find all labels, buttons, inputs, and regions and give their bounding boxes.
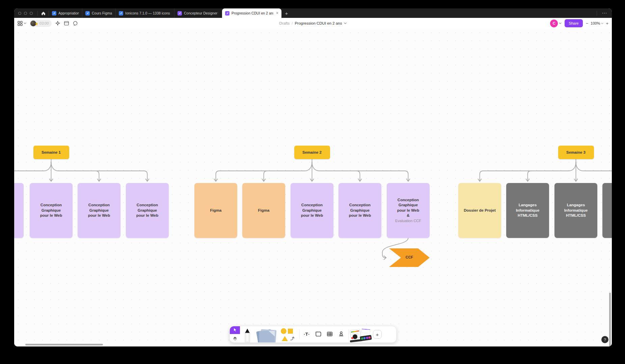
sticky-box-evaluation[interactable]: Conception Graphique pour le Web & Evalu… bbox=[387, 183, 430, 238]
tab-appropriation[interactable]: Appropriation bbox=[49, 8, 82, 18]
quick-actions-button[interactable] bbox=[55, 21, 60, 26]
chevron-down-icon[interactable] bbox=[344, 22, 347, 24]
shape-tool-button[interactable] bbox=[279, 326, 298, 342]
sticky-box-partial[interactable] bbox=[602, 183, 612, 238]
divider bbox=[348, 329, 349, 339]
week2-header-label: Semaine 2 bbox=[302, 150, 322, 154]
tab-ionicons[interactable]: Ionicons 7.1.0 — 1338 icons pack (C bbox=[116, 8, 174, 18]
week3-header[interactable]: Semaine 3 bbox=[558, 146, 594, 159]
zoom-level-value: 100% bbox=[591, 21, 600, 25]
timer-widget[interactable]: ★ 03:00 bbox=[30, 20, 52, 27]
sticky-box[interactable]: Conception Graphique pour le Web bbox=[126, 183, 169, 238]
tab-bar: Appropriation Cours Figma 2023 Ionicons … bbox=[14, 8, 612, 18]
stamp-tool-button[interactable] bbox=[335, 326, 347, 342]
sticky-box-label: Figma bbox=[258, 208, 270, 213]
share-button[interactable]: Share bbox=[565, 19, 582, 27]
main-menu-button[interactable] bbox=[18, 21, 26, 26]
sticky-box-label: Conception Graphique pour le Web bbox=[301, 203, 323, 218]
week3-header-label: Semaine 3 bbox=[566, 150, 586, 154]
home-button[interactable] bbox=[38, 8, 49, 18]
templates-button[interactable] bbox=[64, 21, 69, 26]
mini-window-icon bbox=[361, 329, 371, 334]
tab-label: Cours Figma 2023 bbox=[92, 11, 112, 15]
sticky-notes-icon bbox=[256, 328, 278, 342]
sticky-box[interactable]: Langages Informatique HTML/CSS bbox=[554, 183, 597, 238]
more-tools-button[interactable]: + bbox=[373, 330, 382, 339]
sticky-box[interactable]: Dossier de Projet bbox=[458, 183, 501, 238]
figjam-menu-icon bbox=[18, 21, 23, 26]
section-tool-button[interactable] bbox=[312, 326, 324, 342]
current-user-menu[interactable]: C bbox=[550, 20, 562, 27]
sticky-box[interactable]: Conception Graphique pour le Web bbox=[338, 183, 381, 238]
tab-label: Progression CDUI en 2 ans bbox=[232, 11, 273, 15]
sticky-box[interactable]: Conception Graphique pour le Web bbox=[30, 183, 73, 238]
sticky-box-label: Conception Graphique pour le Web bbox=[88, 203, 110, 218]
sticky-box[interactable]: Conception Graphique pour le Web bbox=[291, 183, 333, 238]
close-window-button[interactable] bbox=[18, 12, 21, 15]
user-avatar: C bbox=[550, 20, 558, 27]
zoom-level-menu[interactable]: 100% bbox=[591, 21, 603, 25]
main-toolbar: ★ 03:00 Drafts / Progression CDUI en 2 a… bbox=[14, 18, 612, 29]
breadcrumb-folder[interactable]: Drafts bbox=[279, 21, 290, 25]
figma-file-icon bbox=[119, 11, 123, 16]
red-dot-icon bbox=[351, 337, 353, 339]
tab-label: Concepteur Designer UI bbox=[184, 11, 219, 15]
sticky-box-label: Langages Informatique HTML/CSS bbox=[516, 203, 540, 218]
sticky-box-label: Figma bbox=[210, 208, 222, 213]
marker-tool-button[interactable] bbox=[240, 328, 255, 342]
sticky-box[interactable]: Figma bbox=[194, 183, 237, 238]
section-icon bbox=[315, 331, 322, 337]
tab-bar-spacer bbox=[292, 8, 597, 18]
overflow-menu-button[interactable] bbox=[597, 8, 612, 18]
ccf-shape-label[interactable]: CCF bbox=[399, 255, 419, 259]
hand-icon bbox=[233, 336, 237, 341]
cursor-icon bbox=[233, 328, 237, 332]
breadcrumb-separator: / bbox=[292, 21, 293, 25]
sparkle-icon bbox=[55, 21, 60, 26]
sticky-box[interactable]: Figma bbox=[242, 183, 285, 238]
hand-tool-button[interactable] bbox=[230, 334, 240, 342]
zoom-out-button[interactable]: − bbox=[586, 21, 589, 26]
chevron-down-icon bbox=[601, 23, 603, 24]
text-tool-button[interactable]: ·T· bbox=[301, 326, 312, 342]
close-tab-icon[interactable]: × bbox=[276, 11, 278, 15]
star-icon: ★ bbox=[35, 22, 38, 26]
vertical-scrollbar[interactable] bbox=[609, 293, 611, 346]
tab-progression-cdui-active[interactable]: Progression CDUI en 2 ans × bbox=[222, 8, 281, 18]
figma-app-window: Appropriation Cours Figma 2023 Ionicons … bbox=[14, 8, 612, 346]
week2-header[interactable]: Semaine 2 bbox=[294, 146, 330, 159]
zoom-controls: − 100% + bbox=[586, 21, 608, 26]
select-tool-group bbox=[230, 326, 240, 342]
tab-cours-figma-2023[interactable]: Cours Figma 2023 bbox=[82, 8, 116, 18]
table-tool-button[interactable] bbox=[324, 326, 335, 342]
zoom-in-button[interactable]: + bbox=[606, 21, 608, 26]
figjam-canvas[interactable]: Semaine 1 Semaine 2 Semaine 3 Conception… bbox=[14, 29, 612, 346]
minimize-window-button[interactable] bbox=[24, 12, 27, 15]
camera-lens-icon bbox=[353, 334, 357, 339]
file-title[interactable]: Progression CDUI en 2 ans bbox=[295, 21, 342, 25]
circle-shape-icon bbox=[281, 328, 287, 334]
sticky-box-label: Conception Graphique pour le Web bbox=[136, 203, 159, 218]
sticky-box[interactable]: Langages Informatique HTML/CSS bbox=[506, 183, 549, 238]
week1-header[interactable]: Semaine 1 bbox=[33, 146, 69, 159]
select-tool-button[interactable] bbox=[230, 326, 240, 334]
divider bbox=[299, 329, 300, 339]
comment-button[interactable] bbox=[73, 21, 78, 26]
sticky-box-partial[interactable] bbox=[14, 183, 24, 238]
stickers-templates-button[interactable] bbox=[350, 327, 372, 342]
text-tool-icon: ·T· bbox=[304, 332, 310, 337]
sticky-box-sublabel: Evaluation CCF bbox=[395, 218, 421, 224]
comment-icon bbox=[73, 21, 78, 26]
new-tab-button[interactable]: + bbox=[281, 8, 292, 18]
window-controls bbox=[14, 8, 37, 18]
templates-icon bbox=[64, 21, 69, 26]
sticky-box[interactable]: Conception Graphique pour le Web bbox=[78, 183, 120, 238]
tab-concepteur-designer-ui[interactable]: Concepteur Designer UI bbox=[174, 8, 222, 18]
tab-label: Ionicons 7.1.0 — 1338 icons pack (C bbox=[125, 11, 171, 15]
zoom-window-button[interactable] bbox=[30, 12, 33, 15]
horizontal-scrollbar[interactable] bbox=[25, 344, 103, 345]
sticky-note-tool-button[interactable] bbox=[255, 328, 279, 342]
help-button[interactable]: ? bbox=[601, 336, 608, 343]
figjam-file-icon bbox=[178, 11, 182, 16]
sticky-box-label: Conception Graphique pour le Web bbox=[349, 203, 371, 218]
